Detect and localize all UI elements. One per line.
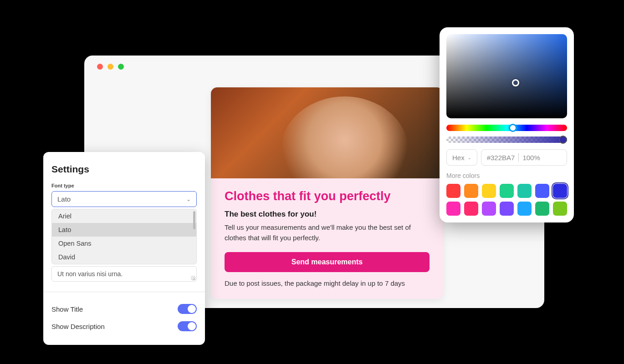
chevron-down-icon: ⌄ bbox=[467, 155, 471, 161]
font-option-open-sans[interactable]: Open Sans bbox=[52, 237, 196, 250]
card-subtitle: The best clothes for you! bbox=[225, 210, 430, 219]
hex-value: #322BA7 bbox=[487, 154, 515, 162]
hex-divider bbox=[518, 153, 519, 162]
color-swatch[interactable] bbox=[553, 202, 567, 216]
show-description-toggle[interactable] bbox=[178, 321, 197, 331]
color-format-select[interactable]: Hex ⌄ bbox=[446, 149, 477, 166]
color-swatch[interactable] bbox=[500, 184, 514, 198]
color-swatch[interactable] bbox=[553, 184, 567, 198]
hue-slider[interactable] bbox=[446, 125, 567, 131]
color-inputs-row: Hex ⌄ #322BA7 100% bbox=[446, 149, 567, 166]
description-textarea[interactable]: Ut non varius nisi urna. bbox=[51, 266, 197, 282]
chevron-down-icon: ⌄ bbox=[186, 196, 191, 202]
color-swatch[interactable] bbox=[535, 184, 549, 198]
color-swatch[interactable] bbox=[517, 184, 532, 198]
settings-title: Settings bbox=[51, 164, 197, 175]
color-swatch[interactable] bbox=[482, 184, 496, 198]
send-measurements-button[interactable]: Send measurements bbox=[225, 252, 430, 272]
textarea-value: Ut non varius nisi urna. bbox=[57, 270, 123, 278]
font-option-lato[interactable]: Lato bbox=[52, 223, 196, 237]
hero-image bbox=[211, 87, 443, 178]
font-type-dropdown: Ariel Lato Open Sans David bbox=[51, 209, 197, 264]
show-description-label: Show Description bbox=[51, 323, 105, 330]
color-picker-panel: Hex ⌄ #322BA7 100% More colors bbox=[440, 27, 574, 222]
settings-panel: Settings Font type Lato ⌄ Ariel Lato Ope… bbox=[43, 152, 205, 345]
font-option-ariel[interactable]: Ariel bbox=[52, 209, 196, 223]
show-title-label: Show Title bbox=[51, 305, 83, 313]
color-swatch[interactable] bbox=[464, 184, 478, 198]
swatch-grid bbox=[446, 184, 567, 216]
traffic-lights bbox=[97, 64, 124, 70]
font-option-david[interactable]: David bbox=[52, 250, 196, 264]
hex-input[interactable]: #322BA7 100% bbox=[481, 149, 567, 166]
sv-cursor-icon[interactable] bbox=[512, 79, 519, 86]
resize-handle-icon[interactable] bbox=[191, 276, 195, 280]
alpha-value: 100% bbox=[522, 154, 540, 162]
card-text: Tell us your measurements and we'll make… bbox=[225, 222, 430, 243]
color-swatch[interactable] bbox=[500, 202, 514, 216]
close-window-icon[interactable] bbox=[97, 64, 103, 70]
alpha-thumb[interactable] bbox=[559, 136, 567, 144]
minimize-window-icon[interactable] bbox=[107, 64, 113, 70]
show-title-toggle[interactable] bbox=[178, 304, 197, 314]
toggle-row-show-description: Show Description bbox=[51, 318, 197, 335]
color-swatch[interactable] bbox=[482, 202, 496, 216]
card-body: Clothes that fit you perfectly The best … bbox=[211, 178, 443, 299]
font-type-label: Font type bbox=[51, 183, 197, 188]
color-swatch[interactable] bbox=[446, 202, 460, 216]
card-footnote: Due to post issues, the package might de… bbox=[225, 279, 430, 287]
more-colors-label: More colors bbox=[446, 172, 567, 179]
alpha-slider[interactable] bbox=[446, 136, 567, 143]
divider bbox=[43, 292, 205, 292]
content-card: Clothes that fit you perfectly The best … bbox=[211, 87, 443, 299]
color-swatch[interactable] bbox=[535, 202, 549, 216]
toggle-row-show-title: Show Title bbox=[51, 300, 197, 318]
color-swatch[interactable] bbox=[446, 184, 460, 198]
hue-thumb[interactable] bbox=[509, 124, 517, 132]
color-swatch[interactable] bbox=[464, 202, 478, 216]
color-format-value: Hex bbox=[452, 154, 465, 162]
font-type-value: Lato bbox=[57, 195, 71, 203]
saturation-value-canvas[interactable] bbox=[446, 34, 567, 118]
font-type-select[interactable]: Lato ⌄ bbox=[51, 191, 197, 207]
card-title: Clothes that fit you perfectly bbox=[225, 189, 430, 203]
dropdown-scrollbar[interactable] bbox=[193, 211, 195, 229]
color-swatch[interactable] bbox=[517, 202, 532, 216]
maximize-window-icon[interactable] bbox=[118, 64, 124, 70]
